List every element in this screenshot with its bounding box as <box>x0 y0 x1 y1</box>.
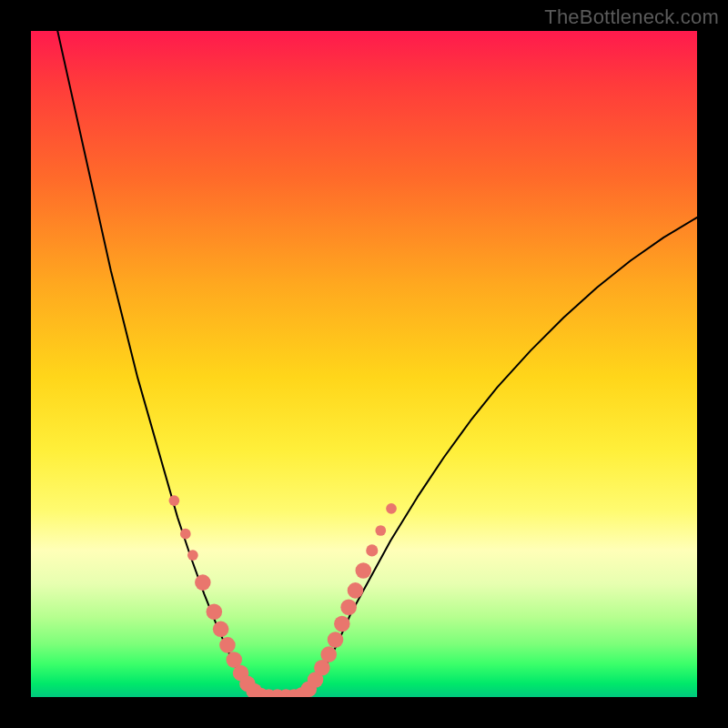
marker-dot <box>219 637 236 653</box>
marker-dot <box>375 525 386 536</box>
marker-dot <box>334 616 350 632</box>
chart-stage: TheBottleneck.com <box>0 0 728 728</box>
marker-dot <box>320 646 337 662</box>
plot-area <box>31 31 697 697</box>
bottleneck-curve <box>57 31 697 697</box>
marker-dot <box>213 622 229 638</box>
marker-dot <box>386 503 397 514</box>
watermark-text: TheBottleneck.com <box>544 5 719 29</box>
marker-dot <box>366 544 378 556</box>
marker-dot <box>328 632 344 648</box>
marker-dot <box>348 582 364 599</box>
marker-dot <box>180 529 191 540</box>
marker-dot <box>207 604 223 621</box>
marker-dot <box>187 550 198 561</box>
chart-svg <box>31 31 697 697</box>
marker-dot <box>340 599 357 615</box>
markers-group <box>169 495 397 697</box>
marker-dot <box>169 495 180 506</box>
marker-dot <box>195 574 211 591</box>
marker-dot <box>355 562 371 579</box>
